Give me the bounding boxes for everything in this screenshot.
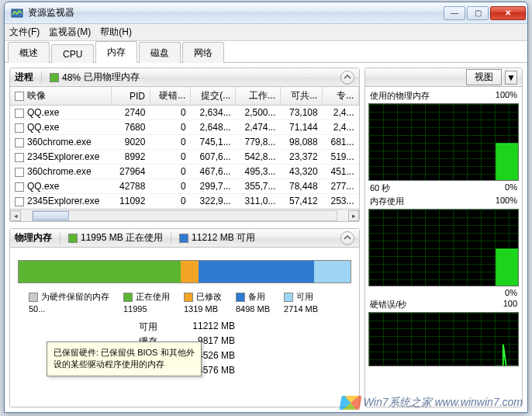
table-row[interactable]: QQ.exe427880299,7...355,7...78,448277... (10, 179, 359, 194)
physmem-avail-metric: 11212 MB 可用 (179, 231, 255, 244)
titlebar[interactable]: 资源监视器 — ▢ ✕ (5, 2, 527, 24)
row-checkbox[interactable] (15, 123, 24, 133)
legend-free: 可用2714 MB (284, 291, 318, 314)
app-icon (11, 7, 23, 19)
plot-area (368, 209, 519, 286)
col-working[interactable]: 工作... (236, 87, 281, 106)
menu-monitor[interactable]: 监视器(M) (49, 26, 91, 39)
row-checkbox[interactable] (15, 168, 24, 177)
maximize-button[interactable]: ▢ (467, 6, 489, 20)
physmem-title: 物理内存 (15, 231, 52, 244)
graph-used-physical-memory: 使用的物理内存100% 60 秒0% (368, 90, 519, 194)
table-row[interactable]: 360chrome.exe90200745,1...779,8...98,088… (10, 135, 359, 150)
tab-overview[interactable]: 概述 (8, 42, 50, 63)
physmem-inuse-metric: 11995 MB 正在使用 (68, 231, 163, 244)
scroll-track[interactable] (32, 210, 337, 221)
metric-swatch (50, 73, 59, 82)
processes-table: 映像 PID 硬错... 提交(... 工作... 可共... 专... QQ.… (10, 87, 359, 209)
tab-memory[interactable]: 内存 (95, 41, 137, 63)
membar-standby (199, 261, 313, 283)
membar-modified (181, 261, 199, 283)
menu-help[interactable]: 帮助(H) (100, 26, 132, 39)
collapse-button[interactable] (340, 231, 354, 245)
processes-metric: 48% 已用物理内存 (50, 71, 140, 84)
plot-area (368, 312, 519, 366)
row-checkbox[interactable] (15, 197, 24, 206)
collapse-button[interactable] (340, 71, 354, 85)
window-buttons: — ▢ ✕ (444, 6, 526, 20)
tabstrip: 概述 CPU 内存 磁盘 网络 (5, 41, 527, 63)
col-hardfault[interactable]: 硬错... (150, 87, 190, 106)
table-row[interactable]: 2345Explorer.exe110920322,9...311,0...57… (10, 194, 359, 209)
scroll-left-arrow[interactable]: ◂ (10, 210, 21, 221)
menubar: 文件(F) 监视器(M) 帮助(H) (5, 24, 527, 41)
col-private[interactable]: 专... (323, 87, 359, 106)
graphs-panel: 视图 ▼ 使用的物理内存100% 60 秒0% 内存使用100% 0% (364, 68, 523, 407)
processes-panel: 进程 48% 已用物理内存 映像 PID 硬错... (9, 68, 360, 222)
col-shareable[interactable]: 可共... (281, 87, 323, 106)
membar-free (314, 261, 351, 283)
row-checkbox[interactable] (15, 109, 24, 118)
windows-flag-icon (339, 396, 361, 410)
minimize-button[interactable]: — (444, 6, 465, 20)
physical-memory-panel: 物理内存 11995 MB 正在使用 11212 MB 可用 为硬件保留的内存5… (9, 228, 360, 407)
check-all[interactable] (15, 92, 24, 101)
plot-area (368, 103, 519, 181)
graphs-container: 使用的物理内存100% 60 秒0% 内存使用100% 0% 硬错误/秒100 (365, 87, 522, 407)
tab-cpu[interactable]: CPU (51, 44, 94, 63)
processes-title: 进程 (15, 71, 33, 84)
tab-network[interactable]: 网络 (182, 42, 224, 63)
close-button[interactable]: ✕ (490, 6, 526, 20)
col-commit[interactable]: 提交(... (191, 87, 236, 106)
scroll-thumb[interactable] (33, 211, 69, 220)
legend-modified: 已修改1319 MB (184, 291, 222, 314)
table-row[interactable]: 2345Explorer.exe89920607,6...542,8...23,… (10, 150, 359, 165)
table-row[interactable]: 360chrome.exe279640467,6...495,3...43,32… (10, 165, 359, 179)
graph-memory-usage: 内存使用100% 0% (368, 196, 519, 297)
table-row[interactable]: QQ.exe768002,648...2,474...71,1442,4... (10, 120, 359, 135)
legend-hw-reserved: 为硬件保留的内存50... (29, 291, 109, 314)
view-dropdown-button[interactable]: ▼ (505, 71, 517, 85)
memory-legend: 为硬件保留的内存50... 正在使用11995 已修改1319 MB 备用849… (10, 291, 359, 320)
menu-file[interactable]: 文件(F) (9, 26, 40, 39)
processes-header[interactable]: 进程 48% 已用物理内存 (10, 68, 359, 87)
row-checkbox[interactable] (15, 182, 24, 192)
scroll-right-arrow[interactable]: ▸ (348, 210, 359, 221)
tab-disk[interactable]: 磁盘 (139, 42, 181, 63)
svg-marker-1 (496, 144, 518, 180)
row-checkbox[interactable] (15, 153, 24, 162)
tooltip-hw-reserved: 已保留硬件: 已保留供 BIOS 和其他外设的某些驱动程序使用的内存 (47, 341, 202, 376)
table-row[interactable]: QQ.exe274002,634...2,500...73,1082,4... (10, 106, 359, 120)
processes-table-wrap: 映像 PID 硬错... 提交(... 工作... 可共... 专... QQ.… (10, 87, 359, 221)
physmem-header[interactable]: 物理内存 11995 MB 正在使用 11212 MB 可用 (10, 229, 359, 248)
right-pane: 视图 ▼ 使用的物理内存100% 60 秒0% 内存使用100% 0% (364, 63, 527, 412)
svg-marker-2 (496, 249, 518, 286)
watermark: Win7系统之家 www.winwin7.com (340, 396, 523, 410)
row-checkbox[interactable] (15, 138, 24, 147)
membar-inuse (19, 261, 181, 283)
graphs-header: 视图 ▼ (365, 68, 522, 87)
graph-hard-faults: 硬错误/秒100 (368, 299, 519, 366)
memory-bar-chart (18, 260, 351, 283)
legend-in-use: 正在使用11995 (123, 291, 170, 314)
window-title: 资源监视器 (28, 6, 444, 19)
legend-standby: 备用8498 MB (236, 291, 270, 314)
view-button[interactable]: 视图 (466, 69, 502, 85)
h-scrollbar[interactable]: ◂ ▸ (10, 209, 359, 221)
col-pid[interactable]: PID (111, 87, 150, 106)
